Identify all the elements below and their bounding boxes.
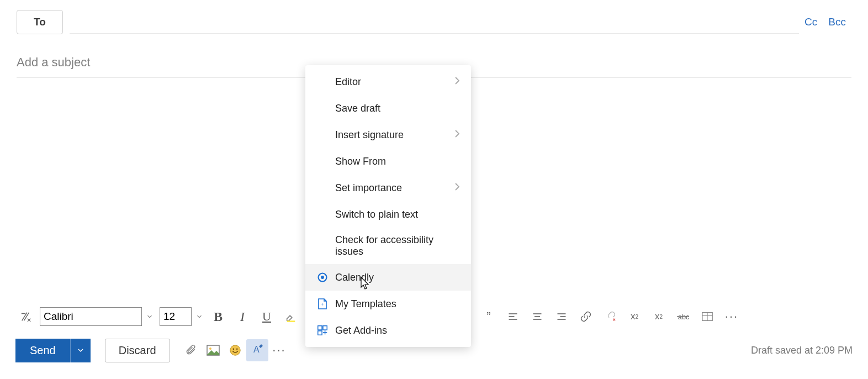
draft-status: Draft saved at 2:09 PM: [751, 345, 853, 356]
quote-icon[interactable]: ”: [478, 306, 500, 328]
to-input[interactable]: [70, 10, 799, 34]
menu-save-draft[interactable]: Save draft: [305, 95, 471, 122]
paperclip-icon[interactable]: [180, 339, 202, 361]
menu-my-templates[interactable]: + My Templates: [305, 291, 471, 317]
chevron-right-icon: [454, 182, 460, 194]
chevron-right-icon: [454, 76, 460, 88]
menu-plain-text[interactable]: Switch to plain text: [305, 201, 471, 228]
strikethrough-icon[interactable]: abc: [672, 306, 694, 328]
menu-item-label: Editor: [335, 76, 448, 88]
image-icon[interactable]: [202, 339, 224, 361]
superscript-icon[interactable]: x2: [623, 306, 645, 328]
menu-editor[interactable]: Editor: [305, 69, 471, 95]
more-icon[interactable]: ···: [268, 339, 290, 361]
svg-text:A: A: [253, 345, 260, 354]
link-icon[interactable]: [575, 306, 597, 328]
addins-icon: [316, 324, 329, 336]
svg-point-18: [209, 348, 211, 350]
svg-rect-26: [318, 326, 322, 330]
menu-item-label: Insert signature: [335, 129, 448, 141]
emoji-icon[interactable]: [224, 339, 246, 361]
chevron-right-icon: [454, 129, 460, 141]
menu-item-label: Save draft: [335, 103, 460, 114]
format-icon[interactable]: A: [246, 339, 268, 361]
clear-formatting-icon[interactable]: [15, 306, 38, 328]
svg-rect-28: [318, 331, 322, 335]
menu-item-label: Show From: [335, 156, 460, 167]
discard-button[interactable]: Discard: [105, 339, 170, 362]
highlight-icon[interactable]: [280, 306, 302, 328]
underline-button[interactable]: U: [256, 306, 278, 328]
font-name-select[interactable]: [40, 307, 142, 326]
font-size-select[interactable]: [160, 307, 192, 326]
chevron-down-icon[interactable]: [194, 313, 205, 320]
subscript-icon[interactable]: x2: [648, 306, 670, 328]
more-icon[interactable]: ···: [721, 306, 743, 328]
menu-insert-signature[interactable]: Insert signature: [305, 122, 471, 148]
menu-item-label: Check for accessibility issues: [335, 234, 460, 257]
cc-link[interactable]: Cc: [799, 16, 823, 28]
compose-more-menu: Editor Save draft Insert signature Show …: [305, 65, 471, 347]
svg-point-24: [321, 276, 324, 279]
align-right-icon[interactable]: [551, 306, 573, 328]
svg-rect-27: [323, 326, 327, 330]
align-left-icon[interactable]: [502, 306, 524, 328]
svg-rect-0: [287, 320, 295, 322]
bold-button[interactable]: B: [207, 306, 229, 328]
bcc-link[interactable]: Bcc: [823, 16, 851, 28]
menu-get-addins[interactable]: Get Add-ins: [305, 317, 471, 344]
align-center-icon[interactable]: [526, 306, 548, 328]
chevron-down-icon: [76, 346, 85, 355]
svg-point-20: [232, 349, 234, 350]
menu-item-label: Get Add-ins: [335, 325, 460, 336]
send-dropdown[interactable]: [70, 339, 91, 362]
menu-show-from[interactable]: Show From: [305, 148, 471, 175]
menu-item-label: My Templates: [335, 298, 460, 310]
to-row: To Cc Bcc: [0, 0, 868, 44]
menu-item-label: Calendly: [335, 272, 460, 283]
send-button[interactable]: Send: [15, 339, 70, 362]
calendly-icon: [316, 271, 329, 283]
menu-item-label: Switch to plain text: [335, 209, 460, 220]
menu-calendly[interactable]: Calendly: [305, 264, 471, 291]
italic-button[interactable]: I: [231, 306, 253, 328]
svg-point-21: [236, 349, 237, 350]
chevron-down-icon[interactable]: [144, 313, 155, 320]
menu-accessibility[interactable]: Check for accessibility issues: [305, 228, 471, 264]
menu-set-importance[interactable]: Set importance: [305, 175, 471, 201]
menu-item-label: Set importance: [335, 182, 448, 194]
table-icon[interactable]: [696, 306, 718, 328]
templates-icon: +: [316, 298, 329, 310]
svg-point-19: [230, 345, 240, 355]
send-group: Send: [15, 339, 91, 362]
to-button[interactable]: To: [17, 10, 63, 34]
svg-text:+: +: [321, 302, 324, 307]
unlink-icon[interactable]: [599, 306, 621, 328]
